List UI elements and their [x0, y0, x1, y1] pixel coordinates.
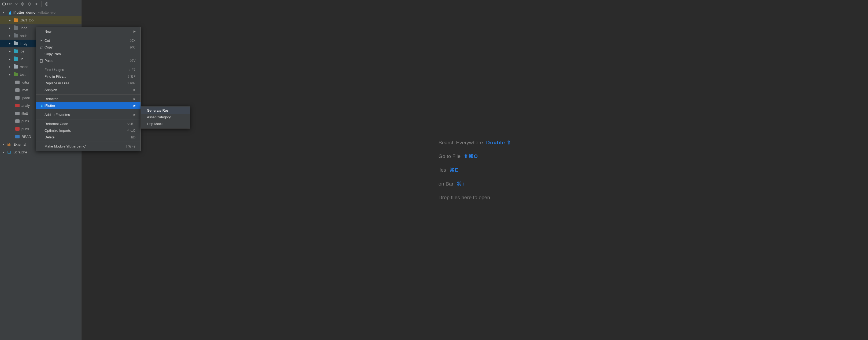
ctx-find-in-files[interactable]: Find in Files...⇧⌘F	[36, 73, 141, 80]
ctx-iflutter[interactable]: iFlutter▶	[36, 102, 141, 109]
tree-folder-dart-tool[interactable]: ▸ .dart_tool	[0, 16, 82, 24]
tree-label: .pack	[22, 96, 30, 100]
editor-area: Search Everywhere Double ⇧ Go to File ⇧⌘…	[82, 0, 868, 340]
scratches-icon	[7, 150, 12, 155]
folder-icon	[13, 26, 18, 31]
tree-label: External	[13, 142, 26, 146]
tree-label: imag	[20, 41, 27, 45]
ctx-copy-path[interactable]: Copy Path...	[36, 50, 141, 57]
hint-files: iles	[439, 163, 446, 177]
folder-icon	[13, 72, 18, 77]
svg-point-3	[45, 3, 47, 5]
hide-button[interactable]	[50, 1, 57, 7]
markdown-icon	[15, 134, 20, 139]
project-icon	[2, 2, 6, 6]
ctx-delete[interactable]: Delete...⌦	[36, 134, 141, 141]
svg-point-2	[22, 4, 23, 4]
cut-icon: ✂	[39, 39, 44, 42]
tree-label: Scratche	[13, 150, 27, 154]
tree-label: test	[20, 73, 26, 76]
hint-navbar: on Bar	[439, 177, 454, 191]
target-icon	[20, 2, 25, 6]
ctx-analyze[interactable]: Analyze▶	[36, 87, 141, 93]
tree-label: maco	[20, 65, 28, 69]
chevron-down-icon	[15, 3, 18, 5]
ctx-separator	[36, 94, 141, 95]
submenu-arrow-icon: ▶	[133, 30, 136, 33]
ctx-new[interactable]: New▶	[36, 28, 141, 35]
ctx-favorites[interactable]: Add to Favorites▶	[36, 111, 141, 118]
chevron-right-icon: ▸	[8, 34, 12, 37]
file-icon	[15, 111, 20, 116]
chevron-right-icon: ▸	[2, 143, 5, 146]
chevron-right-icon: ▸	[8, 73, 12, 76]
tree-label: analy	[22, 104, 30, 108]
kb-search: Double ⇧	[486, 136, 512, 149]
collapse-all-button[interactable]	[33, 1, 40, 7]
settings-button[interactable]	[43, 1, 50, 7]
ctx-separator	[36, 110, 141, 110]
toolwindow-title: Pro..	[7, 2, 14, 6]
ctx-replace-in-files[interactable]: Replace in Files...⇧⌘R	[36, 80, 141, 87]
tree-label: READ	[22, 135, 31, 139]
file-icon	[15, 119, 20, 124]
yaml-icon	[15, 127, 20, 131]
tree-label: andr	[20, 34, 27, 38]
submenu-arrow-icon: ▶	[133, 97, 136, 101]
submenu-generate-res[interactable]: Generate Res	[141, 107, 190, 114]
folder-icon	[13, 65, 18, 69]
folder-icon	[13, 49, 18, 54]
tree-root[interactable]: ▾ iflutter_demo ~/flutter-wo	[0, 8, 82, 16]
chevron-down-icon: ▾	[2, 11, 5, 14]
project-toolbar: Pro..	[0, 0, 82, 8]
chevron-right-icon: ▸	[8, 26, 12, 30]
chevron-right-icon: ▸	[8, 42, 12, 45]
tree-label: .met	[22, 88, 28, 92]
ctx-copy[interactable]: Copy⌘C	[36, 44, 141, 50]
flutter-icon	[7, 10, 12, 15]
expand-all-button[interactable]	[26, 1, 33, 7]
tree-label: pubs	[22, 119, 29, 123]
gear-icon	[44, 2, 49, 6]
svg-rect-6	[41, 47, 43, 49]
toolwindow-selector[interactable]: Pro..	[1, 2, 19, 6]
ctx-cut[interactable]: ✂Cut⌘X	[36, 37, 141, 44]
chevron-right-icon: ▸	[8, 57, 12, 61]
ctx-refactor[interactable]: Refactor▶	[36, 96, 141, 102]
expand-icon	[27, 2, 32, 6]
tree-label: iflutt	[22, 111, 28, 115]
svg-rect-0	[3, 3, 6, 5]
locate-button[interactable]	[19, 1, 26, 7]
folder-icon	[13, 33, 18, 38]
chevron-right-icon: ▸	[8, 19, 12, 22]
ctx-separator	[36, 65, 141, 65]
kb-gofile: ⇧⌘O	[464, 149, 478, 163]
ctx-separator	[36, 119, 141, 120]
ctx-reformat[interactable]: Reformat Code⌥⌘L	[36, 121, 141, 127]
kb-files: ⌘E	[449, 163, 458, 177]
tree-label: iflutter_demo	[13, 10, 35, 14]
svg-rect-5	[40, 46, 42, 48]
yaml-icon	[15, 103, 20, 108]
minimize-icon	[51, 2, 56, 6]
tree-label: pubs	[22, 127, 29, 131]
chevron-right-icon: ▸	[2, 150, 5, 154]
tree-label: ios	[20, 49, 24, 53]
ctx-optimize[interactable]: Optimize Imports^⌥O	[36, 127, 141, 134]
ctx-make-module[interactable]: Make Module 'iflutterdemo'⇧⌘F9	[36, 143, 141, 150]
tree-label: lib	[20, 57, 23, 61]
hint-drop: Drop files here to open	[439, 191, 490, 204]
submenu-arrow-icon: ▶	[133, 104, 136, 107]
file-icon	[15, 88, 20, 93]
ctx-paste[interactable]: Paste⌘V	[36, 57, 141, 64]
chevron-right-icon: ▸	[8, 65, 12, 69]
hint-search: Search Everywhere	[439, 136, 483, 149]
tree-sublabel: ~/flutter-wo	[38, 10, 56, 14]
hint-gofile: Go to File	[439, 149, 461, 163]
submenu-http-mock[interactable]: Http Mock	[141, 121, 190, 127]
paste-icon	[39, 59, 44, 63]
folder-icon	[13, 41, 18, 46]
ctx-find-usages[interactable]: Find Usages⌥F7	[36, 66, 141, 73]
submenu-asset-category[interactable]: Asset Category	[141, 114, 190, 121]
file-icon	[15, 96, 20, 100]
